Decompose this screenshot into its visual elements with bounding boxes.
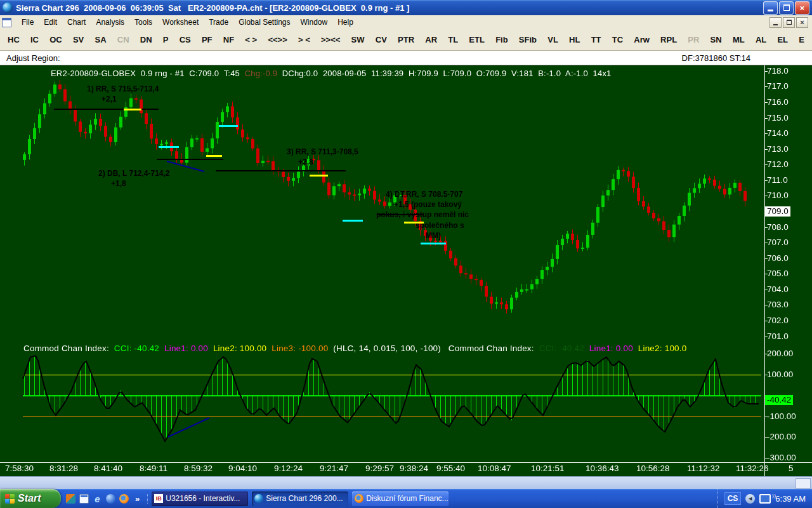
- close-button[interactable]: ×: [795, 1, 809, 15]
- price-scale-label: 701.0: [767, 331, 789, 342]
- quick-launch-icon-4[interactable]: [106, 494, 115, 504]
- toolbar-button-Fib[interactable]: Fib: [494, 32, 509, 47]
- cci-text-segment: Line1: 0.00: [164, 344, 213, 353]
- task-button-firefox[interactable]: Diskuzní fórum Financ...: [352, 491, 449, 506]
- trade-annotation-text: +2,1: [102, 95, 117, 104]
- price-chart-canvas[interactable]: [0, 65, 812, 476]
- toolbar-button-P[interactable]: P: [162, 32, 170, 47]
- cci-scale-label: -100.00: [767, 411, 796, 422]
- price-scale-label: 706.0: [767, 253, 789, 264]
- clock: 6:39 AM: [775, 494, 806, 504]
- menu-item-worksheet[interactable]: Worksheet: [157, 16, 204, 29]
- cci-study-values: Commod Chan Index: CCI: -40.42 Line1: 0.…: [23, 344, 762, 353]
- menu-item-file[interactable]: File: [16, 16, 39, 29]
- windows-flag-icon: [5, 494, 15, 504]
- price-scale-label: 716.0: [767, 97, 789, 107]
- toolbar-button-AR[interactable]: AR: [424, 32, 438, 47]
- horizontal-scrollbar[interactable]: [0, 476, 812, 489]
- menu-item-chart[interactable]: Chart: [62, 16, 91, 29]
- toolbar-button-Arw[interactable]: Arw: [632, 32, 651, 47]
- adjust-region-label: Adjust Region:: [6, 53, 60, 63]
- task-button-label: Diskuzní fórum Financ...: [366, 494, 448, 503]
- toolbar-button-SW[interactable]: SW: [350, 32, 366, 47]
- toolbar-button-TT[interactable]: TT: [590, 32, 603, 47]
- menubar: FileEditChartAnalysisToolsWorksheetTrade…: [0, 15, 812, 30]
- toolbar-button-PTR[interactable]: PTR: [396, 32, 416, 47]
- menu-item-edit[interactable]: Edit: [39, 16, 62, 29]
- toolbar-button-OC[interactable]: OC: [48, 32, 63, 47]
- cci-text-segment: CCI: -40.42: [539, 344, 589, 353]
- hide-icons-button[interactable]: ◄: [745, 494, 755, 504]
- toolbar-button-E[interactable]: E: [797, 32, 806, 47]
- mdi-close-button[interactable]: ×: [796, 17, 808, 28]
- menu-item-global-settings[interactable]: Global Settings: [233, 16, 295, 29]
- price-scale-label: 708.0: [767, 222, 789, 232]
- toolbar-button-AL[interactable]: AL: [754, 32, 768, 47]
- toolbar-button-VL[interactable]: VL: [546, 32, 560, 47]
- mdi-restore-button[interactable]: [783, 17, 795, 28]
- task-button-label: Sierra Chart 296 200...: [266, 494, 343, 503]
- menu-item-help[interactable]: Help: [332, 16, 358, 29]
- trade-annotation-text: 2) DB, L 712,4-714,2: [98, 169, 170, 178]
- task-button-globe[interactable]: Sierra Chart 296 200...: [252, 491, 348, 506]
- trade-annotation-text: 3) RR, S 711,3-708,5: [287, 147, 358, 156]
- toolbar-button-NF[interactable]: NF: [222, 32, 235, 47]
- toolbar-button-HC[interactable]: HC: [6, 32, 21, 47]
- toolbar-button-IC[interactable]: IC: [29, 32, 40, 47]
- system-tray: CS ◄ 6:39 AM: [717, 489, 812, 508]
- time-axis-label: 11:12:32: [687, 464, 720, 473]
- show-desktop-icon[interactable]: [79, 494, 89, 504]
- menu-item-analysis[interactable]: Analysis: [91, 16, 129, 29]
- mdi-minimize-button[interactable]: [769, 17, 782, 28]
- quick-launch-icon-1[interactable]: [66, 494, 75, 504]
- toolbar-button-HL[interactable]: HL: [568, 32, 581, 47]
- price-scale-label: 714.0: [767, 128, 789, 138]
- display-volume-icon[interactable]: [759, 494, 771, 504]
- toolbar-button-PF[interactable]: PF: [200, 32, 214, 47]
- toolbar-button-DN[interactable]: DN: [139, 32, 154, 47]
- toolbar-button-SV[interactable]: SV: [72, 32, 85, 47]
- menu-item-tools[interactable]: Tools: [129, 16, 157, 29]
- menu-item-trade[interactable]: Trade: [204, 16, 233, 29]
- toolbar-button-[interactable]: <<>>: [266, 32, 288, 47]
- toolbar-button-[interactable]: < >: [244, 32, 258, 47]
- chart-area: ER2-200809-GLOBEX 0.9 rng - #1 C:709.0 T…: [0, 65, 812, 476]
- price-scale-label: 717.0: [767, 81, 789, 91]
- cci-scale-label: 200.00: [767, 349, 793, 359]
- toolbar-button-RPL[interactable]: RPL: [659, 32, 678, 47]
- toolbar-button-ETL[interactable]: ETL: [468, 32, 486, 47]
- minimize-button[interactable]: [763, 1, 778, 15]
- quick-launch-overflow-chevron[interactable]: »: [135, 494, 140, 504]
- time-axis-label: 10:21:51: [531, 464, 565, 473]
- cci-scale-label: -200.00: [767, 432, 796, 442]
- toolbar-button-CN[interactable]: CN: [116, 32, 131, 47]
- task-button-ib[interactable]: IBU321656 - Interactiv...: [152, 491, 248, 506]
- toolbar-button-SA[interactable]: SA: [94, 32, 108, 47]
- toolbar-button-[interactable]: >><<: [320, 32, 341, 47]
- toolbar-button-TL[interactable]: TL: [447, 32, 459, 47]
- taskbar: Start e » IBU321656 - Interactiv...Sierr…: [0, 489, 812, 508]
- trade-annotation-text: +1,8: [111, 179, 126, 188]
- trade-annotation-text: 1) RR, S 715,5-713,4: [87, 84, 159, 93]
- start-button[interactable]: Start: [0, 489, 61, 508]
- internet-explorer-icon[interactable]: e: [93, 494, 102, 504]
- toolbar-button-ML[interactable]: ML: [731, 32, 746, 47]
- toolbar-button-CS[interactable]: CS: [178, 32, 192, 47]
- toolbar-button-SFib[interactable]: SFib: [518, 32, 538, 47]
- toolbar-button-SN[interactable]: SN: [709, 32, 723, 47]
- toolbar-button-[interactable]: > <: [297, 32, 311, 47]
- toolbar-button-CV[interactable]: CV: [374, 32, 388, 47]
- chart-document-icon[interactable]: [2, 18, 11, 27]
- scrollbar-corner-button[interactable]: [796, 478, 811, 489]
- toolbar-button-PR[interactable]: PR: [686, 32, 700, 47]
- price-scale-label: 704.0: [767, 284, 789, 295]
- language-indicator[interactable]: CS: [724, 492, 742, 505]
- globe-icon: [254, 494, 263, 503]
- toolbar-button-EL[interactable]: EL: [776, 32, 789, 47]
- ib-icon: IB: [154, 494, 163, 503]
- menu-item-window[interactable]: Window: [296, 16, 333, 29]
- restore-button[interactable]: [779, 1, 794, 15]
- cci-text-segment: (HLC, 14, 0.015, 100, -100): [333, 344, 449, 353]
- firefox-icon[interactable]: [119, 494, 129, 504]
- toolbar-button-TC[interactable]: TC: [611, 32, 624, 47]
